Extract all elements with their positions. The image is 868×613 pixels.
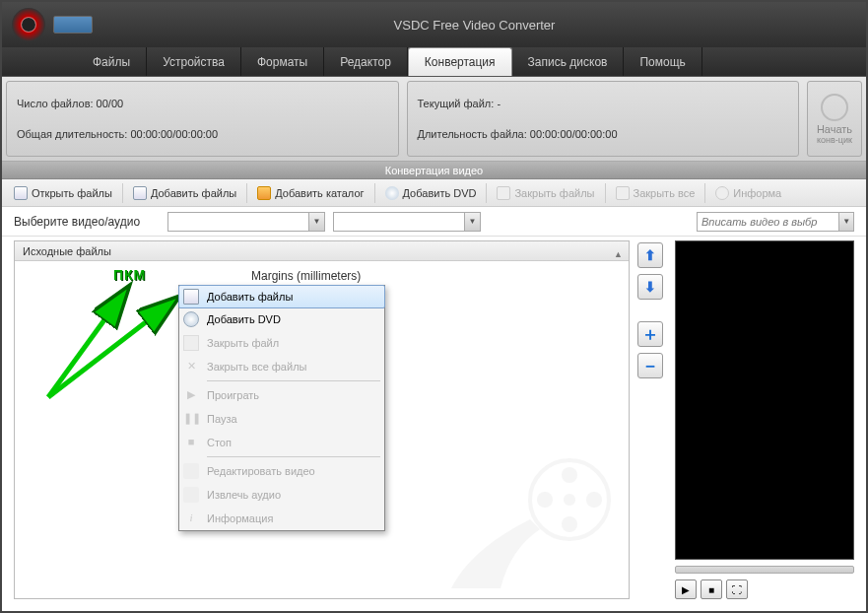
ctx-edit-video[interactable]: Редактировать видео [179,459,384,483]
menu-tab-conversion[interactable]: Конвертация [408,47,512,76]
ctx-info[interactable]: iИнформация [179,507,384,530]
app-logo [12,8,45,41]
ctx-play[interactable]: ▶Проиграть [179,383,384,407]
annotation-pkm: ПКМ [113,267,146,283]
margins-text: Margins (millimeters) [251,269,361,283]
page-plus-icon [133,186,147,200]
pause-icon: ❚❚ [183,411,199,427]
ctx-stop[interactable]: ■Стоп [179,431,384,454]
remove-item-button[interactable]: － [637,353,663,378]
svg-point-6 [562,516,577,532]
titlebar: VSDC Free Video Converter [2,2,866,47]
selector-row: Выберите видео/аудио ▼ ▼ ▼ [2,207,866,237]
ribbon-group-progress-current: Текущий файл: - Длительность файла: 00:0… [407,81,800,157]
file-duration: Длительность файла: 00:00:00/00:00:00 [418,128,789,140]
swirl-icon [821,94,848,121]
menu-tab-disc-burn[interactable]: Запись дисков [512,47,625,76]
move-up-button[interactable]: ⬆ [637,242,663,268]
ctx-close-file[interactable]: Закрыть файл [179,331,384,355]
toolbar: Открыть файлы Добавить файлы Добавить ка… [2,179,866,207]
menu-tab-editor[interactable]: Редактор [324,47,408,76]
dvd-icon [385,186,399,200]
start-conversion-button[interactable]: Начать конв-цик [807,81,862,157]
close-all-button[interactable]: Закрыть все [610,184,701,202]
svg-point-5 [586,492,602,508]
chevron-down-icon: ▼ [308,213,324,231]
audio-extract-icon [183,487,199,503]
ribbon-footer: Конвертация видео [2,162,866,179]
add-dvd-button[interactable]: Добавить DVD [379,184,483,202]
select-media-label: Выберите видео/аудио [14,215,140,229]
reorder-buttons: ⬆ ⬇ ＋ － [637,240,667,599]
svg-point-3 [564,494,575,506]
play-icon: ▶ [183,387,199,403]
preset-combo-1[interactable]: ▼ [167,212,325,232]
add-item-button[interactable]: ＋ [637,321,663,347]
ribbon-group-progress-files: Число файлов: 00/00 Общая длительность: … [6,81,399,157]
svg-line-0 [48,299,176,397]
menu-tab-help[interactable]: Помощь [624,47,701,76]
menu-tab-formats[interactable]: Форматы [241,47,324,76]
separator [486,183,487,203]
info-icon [715,186,729,200]
panel-header[interactable]: Исходные файлы ▲ [15,241,629,261]
edit-icon [183,463,199,479]
seek-slider[interactable] [675,566,854,574]
svg-point-7 [537,492,553,508]
separator [122,183,123,203]
page-icon [14,186,28,200]
menu-tab-devices[interactable]: Устройства [147,47,241,76]
menu-separator [207,456,380,457]
current-file: Текущий файл: - [418,98,789,109]
info-button[interactable]: Информа [709,184,787,202]
chevron-up-icon: ▲ [614,244,623,264]
chevron-down-icon: ▼ [464,213,480,231]
close-files-button[interactable]: Закрыть файлы [491,184,600,202]
chevron-down-icon: ▼ [838,213,853,231]
start-sub: конв-цик [817,135,852,145]
video-preview [675,240,854,560]
ribbon: Число файлов: 00/00 Общая длительность: … [2,77,866,162]
add-files-button[interactable]: Добавить файлы [127,184,242,202]
page-minus-icon [497,186,510,200]
dvd-icon [183,311,199,327]
separator [704,183,705,203]
close-x-icon: ✕ [183,359,199,375]
play-button[interactable]: ▶ [675,579,697,599]
files-count: Число файлов: 00/00 [17,98,388,109]
open-files-button[interactable]: Открыть файлы [8,184,118,202]
move-down-button[interactable]: ⬇ [637,274,663,300]
svg-line-1 [48,289,127,397]
ctx-extract-audio[interactable]: Извлечь аудио [179,483,384,507]
stop-icon: ■ [183,435,199,450]
stop-button[interactable]: ■ [701,579,722,599]
separator [246,183,247,203]
fit-video-input[interactable] [698,216,838,228]
ctx-close-all[interactable]: ✕Закрыть все файлы [179,355,384,378]
ctx-add-dvd[interactable]: Добавить DVD [179,307,384,331]
main-area: Исходные файлы ▲ Margins (millimeters) П… [2,237,866,611]
filmreel-watermark [441,450,619,588]
page-plus-icon [183,289,199,305]
ctx-add-files[interactable]: Добавить файлы [178,285,385,308]
svg-point-4 [562,467,577,483]
close-x-icon [616,186,630,200]
preview-panel: ▶ ■ ⛶ [675,240,854,599]
start-label: Начать [817,123,852,135]
ctx-pause[interactable]: ❚❚Пауза [179,407,384,431]
source-files-panel: Исходные файлы ▲ Margins (millimeters) П… [14,240,630,599]
page-minus-icon [183,335,199,351]
separator [605,183,606,203]
preset-combo-2[interactable]: ▼ [333,212,481,232]
fullscreen-button[interactable]: ⛶ [726,579,748,599]
quick-access-toolbar[interactable] [53,16,93,34]
menu-tab-files[interactable]: Файлы [77,47,147,76]
fit-video-combo[interactable]: ▼ [697,212,854,232]
context-menu: Добавить файлы Добавить DVD Закрыть файл… [178,285,385,531]
separator [374,183,375,203]
playback-controls: ▶ ■ ⛶ [675,579,854,599]
menu-separator [207,380,380,381]
add-folder-button[interactable]: Добавить каталог [251,184,369,202]
total-duration: Общая длительность: 00:00:00/00:00:00 [17,128,388,140]
info-icon: i [183,511,199,526]
